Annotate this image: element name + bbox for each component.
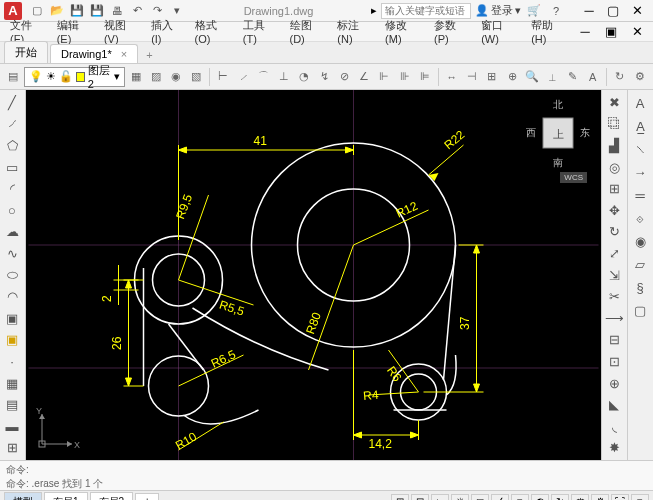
layer-match-icon[interactable]: ▨ bbox=[147, 66, 165, 88]
dim-ordinate-icon[interactable]: ⊥ bbox=[275, 66, 293, 88]
dim-jog-icon[interactable]: ↯ bbox=[315, 66, 333, 88]
close-button[interactable]: ✕ bbox=[625, 2, 649, 20]
menu-insert[interactable]: 插入(I) bbox=[145, 16, 186, 47]
insert-block-icon[interactable]: ▣ bbox=[1, 308, 23, 329]
spline-tool-icon[interactable]: ∿ bbox=[1, 243, 23, 264]
join-tool-icon[interactable]: ⊕ bbox=[603, 373, 625, 394]
tab-drawing1[interactable]: Drawing1* × bbox=[50, 44, 138, 63]
menu-edit[interactable]: 编辑(E) bbox=[51, 16, 96, 47]
hatch-tool-icon[interactable]: ▦ bbox=[1, 373, 23, 394]
explode-tool-icon[interactable]: ✸ bbox=[603, 438, 625, 459]
customize-icon[interactable]: ≡ bbox=[631, 494, 649, 501]
table-tool-icon[interactable]: ⊞ bbox=[1, 438, 23, 459]
layer-states-icon[interactable]: ▦ bbox=[127, 66, 145, 88]
wipeout-tool-icon[interactable]: ▱ bbox=[629, 253, 651, 275]
dim-style-icon[interactable]: ⚙ bbox=[631, 66, 649, 88]
tab-add-button[interactable]: + bbox=[140, 47, 158, 63]
osnap-mode-icon[interactable]: ◻ bbox=[471, 494, 489, 501]
wcs-badge[interactable]: WCS bbox=[560, 172, 587, 183]
line-tool-icon[interactable]: ╱ bbox=[1, 92, 23, 113]
doc-close-button[interactable]: ✕ bbox=[625, 23, 649, 41]
revcloud-tool-icon[interactable]: ☁ bbox=[1, 222, 23, 243]
dim-edit-icon[interactable]: ✎ bbox=[563, 66, 581, 88]
mtext-tool-icon[interactable]: A̲ bbox=[629, 115, 651, 137]
dim-break-icon[interactable]: ⊣ bbox=[463, 66, 481, 88]
text-tool-icon[interactable]: A bbox=[629, 92, 651, 114]
center-mark-icon[interactable]: ⊕ bbox=[503, 66, 521, 88]
cycling-icon[interactable]: ↻ bbox=[551, 494, 569, 501]
stretch-tool-icon[interactable]: ⇲ bbox=[603, 265, 625, 286]
helix-tool-icon[interactable]: § bbox=[629, 276, 651, 298]
menu-help[interactable]: 帮助(H) bbox=[525, 16, 571, 47]
maximize-button[interactable]: ▢ bbox=[601, 2, 625, 20]
ortho-mode-icon[interactable]: ∟ bbox=[431, 494, 449, 501]
dim-aligned-icon[interactable]: ⟋ bbox=[234, 66, 252, 88]
mirror-tool-icon[interactable]: ▟ bbox=[603, 135, 625, 156]
mline-tool-icon[interactable]: ═ bbox=[629, 184, 651, 206]
layer-dropdown[interactable]: 💡 ☀ 🔓 图层2 ▾ bbox=[24, 67, 125, 87]
minimize-button[interactable]: ─ bbox=[577, 2, 601, 20]
tab-start[interactable]: 开始 bbox=[4, 41, 48, 63]
circle-tool-icon[interactable]: ○ bbox=[1, 200, 23, 221]
status-tab-model[interactable]: 模型 bbox=[4, 492, 42, 501]
layer-iso-icon[interactable]: ▧ bbox=[187, 66, 205, 88]
menu-parametric[interactable]: 参数(P) bbox=[428, 16, 473, 47]
dim-radius-icon[interactable]: ◔ bbox=[295, 66, 313, 88]
make-block-icon[interactable]: ▣ bbox=[1, 330, 23, 351]
dim-space-icon[interactable]: ↔ bbox=[443, 66, 461, 88]
command-line[interactable]: 命令: 命令: .erase 找到 1 个 ▷ bbox=[0, 460, 653, 490]
menu-dimension[interactable]: 标注(N) bbox=[331, 16, 377, 47]
construction-line-icon[interactable]: ⟍ bbox=[629, 138, 651, 160]
menu-window[interactable]: 窗口(W) bbox=[475, 16, 523, 47]
inspect-icon[interactable]: 🔍 bbox=[523, 66, 541, 88]
polygon-tool-icon[interactable]: ⬠ bbox=[1, 135, 23, 156]
layer-props-icon[interactable]: ▤ bbox=[4, 66, 22, 88]
rectangle-tool-icon[interactable]: ▭ bbox=[1, 157, 23, 178]
erase-tool-icon[interactable]: ✖ bbox=[603, 92, 625, 113]
menu-modify[interactable]: 修改(M) bbox=[379, 16, 426, 47]
otrack-mode-icon[interactable]: ∠ bbox=[491, 494, 509, 501]
arc-tool-icon[interactable]: ◜ bbox=[1, 178, 23, 199]
status-tab-add[interactable]: + bbox=[135, 493, 159, 500]
ellipse-tool-icon[interactable]: ⬭ bbox=[1, 265, 23, 286]
tolerance-icon[interactable]: ⊞ bbox=[483, 66, 501, 88]
dim-diameter-icon[interactable]: ⊘ bbox=[335, 66, 353, 88]
point-tool-icon[interactable]: · bbox=[1, 351, 23, 372]
extend-tool-icon[interactable]: ⟶ bbox=[603, 308, 625, 329]
lineweight-mode-icon[interactable]: ≡ bbox=[511, 494, 529, 501]
offset-tool-icon[interactable]: ◎ bbox=[603, 157, 625, 178]
layer-prev-icon[interactable]: ◉ bbox=[167, 66, 185, 88]
array-tool-icon[interactable]: ⊞ bbox=[603, 178, 625, 199]
trim-tool-icon[interactable]: ✂ bbox=[603, 286, 625, 307]
annotation-scale-icon[interactable]: ⚖ bbox=[571, 494, 589, 501]
workspace-switch-icon[interactable]: ⚙ bbox=[591, 494, 609, 501]
drawing-canvas[interactable]: 41 R22 R12 R9,5 R5,5 R80 R6,5 R10 bbox=[26, 90, 601, 460]
view-cube[interactable]: 北 南 西 东 上 bbox=[523, 98, 593, 168]
menu-draw[interactable]: 绘图(D) bbox=[284, 16, 330, 47]
dim-quick-icon[interactable]: ⊩ bbox=[375, 66, 393, 88]
donut-tool-icon[interactable]: ◉ bbox=[629, 230, 651, 252]
jogged-linear-icon[interactable]: ⟂ bbox=[543, 66, 561, 88]
dim-angular-icon[interactable]: ∠ bbox=[355, 66, 373, 88]
chamfer-tool-icon[interactable]: ◣ bbox=[603, 394, 625, 415]
fillet-tool-icon[interactable]: ◟ bbox=[603, 416, 625, 437]
transparency-icon[interactable]: ◐ bbox=[531, 494, 549, 501]
boundary-tool-icon[interactable]: ▢ bbox=[629, 299, 651, 321]
break-point-icon[interactable]: ⊟ bbox=[603, 330, 625, 351]
dim-continue-icon[interactable]: ⊫ bbox=[416, 66, 434, 88]
menu-view[interactable]: 视图(V) bbox=[98, 16, 143, 47]
dim-baseline-icon[interactable]: ⊪ bbox=[396, 66, 414, 88]
dim-update-icon[interactable]: ↻ bbox=[611, 66, 629, 88]
doc-minimize-button[interactable]: ─ bbox=[573, 23, 597, 41]
menu-tools[interactable]: 工具(T) bbox=[237, 16, 282, 47]
fullscreen-icon[interactable]: ⛶ bbox=[611, 494, 629, 501]
polar-mode-icon[interactable]: ✳ bbox=[451, 494, 469, 501]
move-tool-icon[interactable]: ✥ bbox=[603, 200, 625, 221]
polyline-tool-icon[interactable]: ⟋ bbox=[1, 114, 23, 135]
copy-tool-icon[interactable]: ⿻ bbox=[603, 114, 625, 135]
scale-tool-icon[interactable]: ⤢ bbox=[603, 243, 625, 264]
region-tool-icon[interactable]: ▬ bbox=[1, 416, 23, 437]
rotate-tool-icon[interactable]: ↻ bbox=[603, 222, 625, 243]
dim-arc-icon[interactable]: ⌒ bbox=[255, 66, 273, 88]
grid-mode-icon[interactable]: ⊞ bbox=[391, 494, 409, 501]
